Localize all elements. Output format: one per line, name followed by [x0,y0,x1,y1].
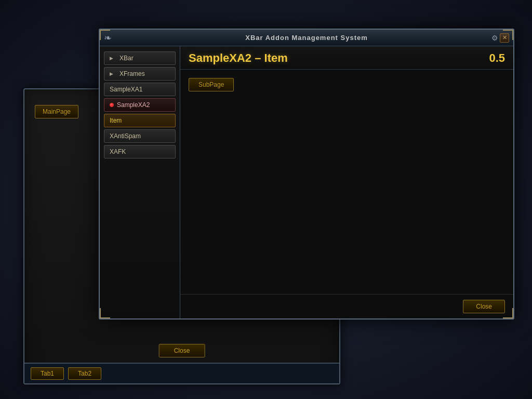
content-footer: Close [180,294,513,318]
close-x-button[interactable]: ✕ [500,33,509,43]
content-version: 0.5 [489,51,505,65]
content-title: SampleXA2 – Item [189,51,288,65]
content-body: SubPage [180,70,513,294]
sidebar-item-xantispam[interactable]: XAntiSpam [104,129,176,143]
title-decoration-right: ⚙ ✕ [491,33,509,43]
front-window: ❧ XBar Addon Management System ⚙ ✕ XBar … [99,29,514,320]
back-close-button[interactable]: Close [159,344,205,357]
sidebar-label-xbar: XBar [119,55,134,62]
sidebar-item-xframes[interactable]: XFrames [104,67,176,81]
title-ornament: ⚙ [491,34,498,42]
content-header: SampleXA2 – Item 0.5 [180,46,513,70]
sidebar-item-xafk[interactable]: XAFK [104,145,176,158]
sidebar-label-item: Item [110,117,122,124]
close-button[interactable]: Close [463,300,505,313]
tab1-button[interactable]: Tab1 [31,367,64,380]
content-area: SampleXA2 – Item 0.5 SubPage Close [180,46,513,318]
title-decoration-left: ❧ [104,32,112,44]
front-body: XBar XFrames SampleXA1 SampleXA2 Item XA… [100,46,513,318]
sidebar-item-samplexa2[interactable]: SampleXA2 [104,98,176,112]
sidebar-label-xafk: XAFK [110,148,126,155]
title-bar: ❧ XBar Addon Management System ⚙ ✕ [100,30,513,46]
window-title: XBar Addon Management System [245,34,368,42]
sidebar-item-samplexa1[interactable]: SampleXA1 [104,83,176,96]
sidebar-item-item[interactable]: Item [104,114,176,127]
back-window-tabs: Tab1 Tab2 [24,363,339,383]
sidebar-label-samplexa1: SampleXA1 [110,86,142,93]
sidebar: XBar XFrames SampleXA1 SampleXA2 Item XA… [100,46,180,318]
sidebar-label-samplexa2: SampleXA2 [117,101,150,109]
sidebar-label-xframes: XFrames [119,70,145,77]
tab2-button[interactable]: Tab2 [68,367,101,380]
mainpage-button[interactable]: MainPage [35,105,78,118]
sidebar-label-xantispam: XAntiSpam [110,132,141,140]
sidebar-item-xbar[interactable]: XBar [104,51,176,65]
samplexa2-status-dot [110,103,114,107]
subpage-button[interactable]: SubPage [189,78,234,91]
